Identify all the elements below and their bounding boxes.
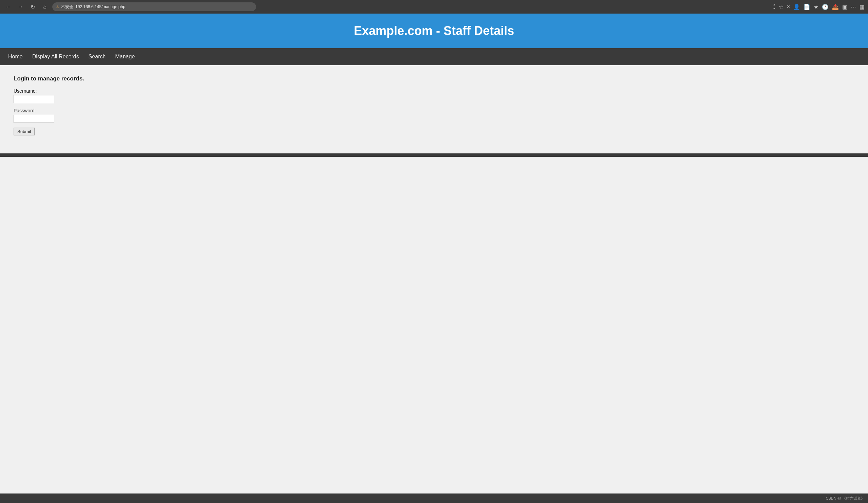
history-icon[interactable]: 🕐 bbox=[822, 4, 829, 10]
nav-search[interactable]: Search bbox=[87, 48, 107, 65]
site-main: Login to manage records. Username: Passw… bbox=[0, 65, 868, 154]
site-header: Example.com - Staff Details bbox=[0, 13, 868, 48]
bottom-bar-text: CSDN @ 《时光派斋》 bbox=[826, 496, 865, 501]
browser-chrome: ← → ↻ ⌂ ⚠ 不安全 192.168.6.145/manage.php ﹱ… bbox=[0, 0, 868, 13]
downloads-icon[interactable]: 📥 bbox=[832, 4, 839, 10]
site-footer-bar bbox=[0, 154, 868, 157]
address-bar[interactable]: ⚠ 不安全 192.168.6.145/manage.php bbox=[52, 2, 256, 11]
profile-icon[interactable]: 👤 bbox=[793, 4, 800, 10]
login-container: Login to manage records. Username: Passw… bbox=[13, 75, 861, 135]
password-group: Password: bbox=[13, 108, 861, 123]
back-button[interactable]: ← bbox=[3, 2, 13, 12]
url-text: 192.168.6.145/manage.php bbox=[75, 4, 125, 9]
screen-icon[interactable]: ▣ bbox=[842, 4, 847, 10]
page-bottom bbox=[0, 157, 868, 286]
username-group: Username: bbox=[13, 88, 861, 103]
security-warning-icon: ⚠ bbox=[56, 5, 59, 9]
nav-manage[interactable]: Manage bbox=[114, 48, 136, 65]
nav-display-all-records[interactable]: Display All Records bbox=[31, 48, 81, 65]
collections-icon[interactable]: 📄 bbox=[804, 4, 810, 10]
site-nav: Home Display All Records Search Manage bbox=[0, 48, 868, 65]
sidebar-icon[interactable]: ▦ bbox=[859, 4, 865, 10]
submit-button[interactable]: Submit bbox=[13, 128, 35, 135]
bottom-bar: CSDN @ 《时光派斋》 bbox=[0, 493, 868, 503]
forward-button[interactable]: → bbox=[16, 2, 25, 12]
browser-right-icons: ﹱ ☆ × 👤 📄 ★ 🕐 📥 ▣ ⋯ ▦ bbox=[774, 4, 865, 10]
favorites-icon[interactable]: ☆ bbox=[779, 4, 784, 10]
login-form: Username: Password: Submit bbox=[13, 88, 861, 135]
read-mode-icon[interactable]: ﹱ bbox=[774, 4, 775, 10]
tab-close-icon[interactable]: × bbox=[787, 4, 790, 10]
password-input[interactable] bbox=[13, 115, 54, 123]
site-title: Example.com - Staff Details bbox=[7, 24, 861, 38]
username-label: Username: bbox=[13, 88, 861, 94]
nav-home[interactable]: Home bbox=[7, 48, 24, 65]
login-title: Login to manage records. bbox=[13, 75, 861, 82]
favorites-bar-icon[interactable]: ★ bbox=[814, 4, 818, 10]
refresh-button[interactable]: ↻ bbox=[28, 2, 37, 12]
security-warning-text: 不安全 bbox=[61, 4, 73, 10]
password-label: Password: bbox=[13, 108, 861, 113]
username-input[interactable] bbox=[13, 95, 54, 103]
home-button[interactable]: ⌂ bbox=[40, 2, 50, 12]
more-icon[interactable]: ⋯ bbox=[851, 4, 856, 10]
